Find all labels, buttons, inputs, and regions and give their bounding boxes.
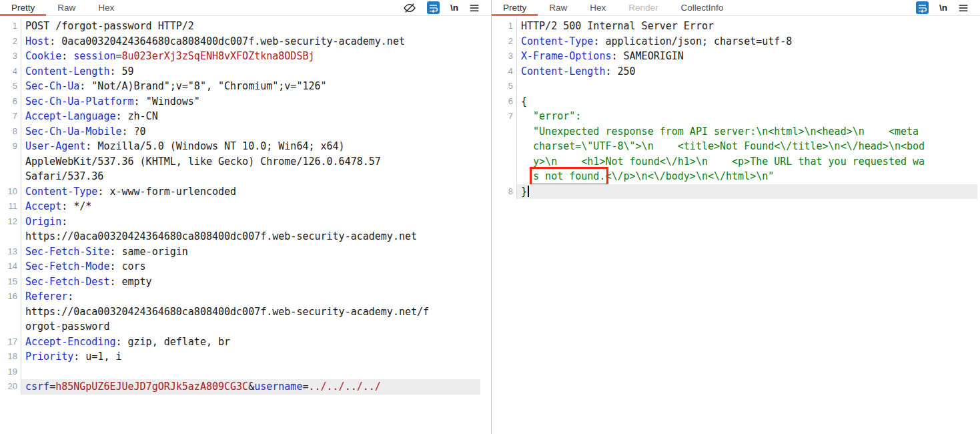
code-row: 5Sec-Ch-Ua: "Not/A)Brand";v="8", "Chromi… [0,79,491,94]
code-line: Sec-Fetch-Site: same-origin [21,244,480,260]
code-row: 10Content-Type: x-www-form-urlencoded [0,184,491,200]
tab-hex[interactable]: Hex [87,0,125,15]
code-segment: Referer [25,290,67,302]
code-segment: "Windows" [146,95,200,107]
code-line: y>\n <h1>Not found<\/h1>\n <p>The URL th… [516,154,977,170]
code-line: Content-Type: application/json; charset=… [516,34,977,49]
code-line: HTTP/2 500 Internal Server Error [516,19,977,34]
code-row: orgot-password [0,319,491,335]
code-segment: "Unexpected response from API server:\n<… [533,126,919,138]
code-segment: application/json; charset=utf-8 [605,35,792,47]
code-row: 3X-Frame-Options: SAMEORIGIN [492,49,980,64]
code-segment: "error": [533,110,581,122]
code-segment: HTTP/2 500 Internal Server Error [521,20,714,32]
code-line: Content-Length: 59 [21,64,480,79]
code-row: 8} [492,184,980,200]
menu-icon[interactable] [957,2,969,14]
code-line: csrf=h85NGpUZ6EJUeJD7gORJk5azA809CG3C&us… [21,379,480,395]
code-line: Accept-Encoding: gzip, deflate, br [21,335,480,350]
code-segment: charset=\"UTF-8\">\n <title>Not Found<\/… [533,140,925,152]
tab-hex[interactable]: Hex [578,0,617,15]
word-wrap-icon[interactable] [426,1,440,14]
line-number: 6 [492,94,516,110]
line-number: 10 [0,184,21,200]
menu-icon[interactable] [468,2,480,14]
code-line: Sec-Ch-Ua: "Not/A)Brand";v="8", "Chromiu… [21,79,480,94]
code-segment: session [73,50,115,62]
code-segment: https://0aca00320424364680ca808400dc007f… [25,306,429,318]
tab-pretty[interactable]: Pretty [0,0,46,15]
code-segment [521,156,533,168]
request-editor[interactable]: 1POST /forgot-password HTTP/22Host: 0aca… [0,16,491,434]
code-segment: Origin [25,216,61,228]
tab-render: Render [617,0,669,15]
line-number: 17 [0,335,21,350]
response-editor[interactable]: 1HTTP/2 500 Internal Server Error2Conten… [492,16,980,434]
code-row: 2Content-Type: application/json; charset… [492,34,980,49]
code-line: https://0aca00320424364680ca808400dc007f… [21,229,480,244]
code-segment: : [109,260,121,272]
code-segment: h85NGpUZ6EJUeJD7gORJk5azA809CG3C [55,381,248,393]
code-row: 20csrf=h85NGpUZ6EJUeJD7gORJk5azA809CG3C&… [0,379,491,395]
code-segment: Content-Type [521,35,593,47]
code-line: X-Frame-Options: SAMEORIGIN [516,49,977,64]
response-toolbar-icons: \n [915,0,980,15]
line-number: 19 [0,365,21,380]
request-toolbar-icons: \n [403,0,491,15]
code-segment: <\/p>\n<\/body>\n<\/html>\n" [605,170,774,182]
code-segment: Content-Length [521,65,605,77]
code-segment: Accept-Encoding [25,336,115,348]
code-row: 9User-Agent: Mozilla/5.0 (Windows NT 10.… [0,139,491,154]
code-segment [521,110,533,122]
code-segment: : [593,35,605,47]
code-segment: ?0 [134,126,146,138]
code-segment: 0aca00320424364680ca808400dc007f.web-sec… [61,35,405,47]
code-line: Accept: */* [21,199,480,214]
tab-collectinfo[interactable]: CollectInfo [670,0,735,15]
line-number: 7 [0,109,21,124]
code-row: y>\n <h1>Not found<\/h1>\n <p>The URL th… [492,154,980,170]
code-row: 3Cookie: session=8u023erXj3zSqENH8vXFOZt… [0,49,491,64]
code-row: 19 [0,365,491,380]
code-line: orgot-password [21,319,480,335]
code-row: 15Sec-Fetch-Dest: empty [0,274,491,290]
text-cursor [528,186,529,197]
code-segment: Content-Length [25,65,109,77]
code-segment: : [79,80,91,92]
code-segment: 250 [618,65,636,77]
code-segment: : [605,65,617,77]
line-number [492,154,516,170]
newline-icon[interactable]: \n [939,2,947,14]
code-segment: Priority [25,351,73,363]
code-segment: Accept-Language [25,110,115,122]
code-segment: : [61,50,73,62]
code-segment: : [109,65,121,77]
tab-pretty[interactable]: Pretty [492,0,538,15]
code-segment [521,170,533,182]
code-segment: User-Agent [25,140,85,152]
eye-off-icon[interactable] [403,1,416,15]
newline-icon[interactable]: \n [450,2,458,14]
code-segment: Accept [25,200,61,212]
line-number: 2 [0,34,21,49]
code-segment: u=1, i [85,351,121,363]
code-line: { [516,94,977,110]
line-number [492,169,516,184]
code-row: 11Accept: */* [0,199,491,214]
code-row: 2Host: 0aca00320424364680ca808400dc007f.… [0,34,491,49]
code-line: Sec-Ch-Ua-Platform: "Windows" [21,94,480,110]
code-line: charset=\"UTF-8\">\n <title>Not Found<\/… [516,139,977,154]
word-wrap-icon[interactable] [915,1,929,14]
code-row: charset=\"UTF-8\">\n <title>Not Found<\/… [492,139,980,154]
code-segment: : [85,140,97,152]
line-number: 6 [0,94,21,110]
code-segment: y>\n <h1>Not found<\/h1>\n <p>The URL th… [533,156,925,168]
code-segment: Sec-Ch-Ua-Platform [25,95,134,107]
line-number: 5 [492,79,516,94]
line-number: 5 [0,79,21,94]
newline-icon-label: \n [450,2,458,14]
tab-raw[interactable]: Raw [46,0,87,15]
code-line: User-Agent: Mozilla/5.0 (Windows NT 10.0… [21,139,480,154]
tab-raw[interactable]: Raw [538,0,578,15]
code-segment: { [521,95,527,107]
